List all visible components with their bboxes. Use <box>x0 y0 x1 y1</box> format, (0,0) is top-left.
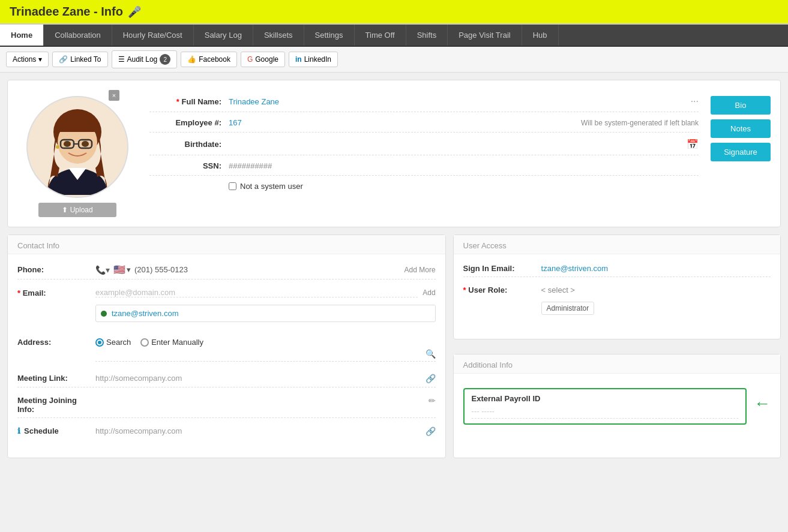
sign-in-email-label: Sign In Email: <box>463 264 541 273</box>
linked-to-button[interactable]: 🔗 Linked To <box>52 52 107 67</box>
nav-tabs: Home Collaboration Hourly Rate/Cost Sala… <box>0 25 788 47</box>
facebook-icon: 👍 <box>187 55 196 64</box>
linkedin-icon: in <box>295 55 302 64</box>
calendar-icon[interactable]: 📅 <box>687 139 699 150</box>
green-arrow-icon: ← <box>754 394 771 413</box>
enter-manually-label: Enter Manually <box>151 338 203 347</box>
user-role-select[interactable]: < select > <box>541 285 575 294</box>
schedule-row: ℹ Schedule http://somecompany.com 🔗 <box>17 426 436 440</box>
contact-info-title: Contact Info <box>8 235 445 254</box>
additional-info-title: Additional Info <box>454 354 780 374</box>
ssn-row: SSN: ########## <box>149 161 699 176</box>
meeting-link-label: Meeting Link: <box>17 374 95 383</box>
action-bar: Actions ▾ 🔗 Linked To ☰ Audit Log 2 👍 Fa… <box>0 47 788 73</box>
bio-button[interactable]: Bio <box>711 96 771 115</box>
signature-button[interactable]: Signature <box>711 143 771 161</box>
employee-label: Employee #: <box>149 118 221 127</box>
add-more-link[interactable]: Add More <box>405 266 436 274</box>
address-options: Search Enter Manually <box>95 338 203 347</box>
user-access-title: User Access <box>454 235 780 254</box>
avatar-close-icon[interactable]: × <box>109 90 119 101</box>
meeting-joining-label: Meeting Joining Info: <box>17 396 95 414</box>
address-label: Address: <box>17 338 95 347</box>
user-access-panel: User Access Sign In Email: tzane@striven… <box>453 235 781 339</box>
list-icon: ☰ <box>118 55 125 64</box>
enter-manually-radio-button[interactable] <box>140 338 149 347</box>
meeting-joining-row: Meeting Joining Info: ✏ <box>17 396 436 418</box>
tab-hourly-rate[interactable]: Hourly Rate/Cost <box>112 25 194 46</box>
ssn-label: SSN: <box>149 161 221 170</box>
notes-button[interactable]: Notes <box>711 119 771 138</box>
linkedin-button[interactable]: in LinkedIn <box>289 52 338 67</box>
flag-selector[interactable]: 🇺🇸 ▾ <box>113 264 131 275</box>
svg-point-8 <box>56 145 59 149</box>
tab-hub[interactable]: Hub <box>522 25 559 46</box>
ext-payroll-box: External Payroll ID --- ----- <box>463 388 747 425</box>
edit-icon[interactable]: ✏ <box>429 396 436 405</box>
search-radio-button[interactable] <box>95 338 104 347</box>
meeting-link-row: Meeting Link: http://somecompany.com 🔗 <box>17 374 436 387</box>
birthdate-label: Birthdate: <box>149 140 221 149</box>
full-name-value[interactable]: Trinadee Zane <box>229 97 686 106</box>
facebook-button[interactable]: 👍 Facebook <box>181 52 237 67</box>
link-icon: 🔗 <box>59 55 68 64</box>
email-placeholder[interactable]: example@domain.com <box>95 288 418 297</box>
actions-button[interactable]: Actions ▾ <box>6 52 49 67</box>
full-name-row: * Full Name: Trinadee Zane ··· <box>149 96 699 112</box>
schedule-value[interactable]: http://somecompany.com <box>95 426 426 435</box>
full-name-label: * Full Name: <box>149 97 221 106</box>
svg-point-7 <box>82 141 89 147</box>
address-search-icon[interactable]: 🔍 <box>426 349 436 359</box>
actions-label: Actions <box>13 55 36 64</box>
ssn-value[interactable]: ########## <box>229 161 272 170</box>
search-radio-label: Search <box>106 338 131 347</box>
user-role-tag[interactable]: Administrator <box>541 302 595 315</box>
tab-page-visit-trail[interactable]: Page Visit Trail <box>448 25 522 46</box>
enter-manually-radio[interactable]: Enter Manually <box>140 338 203 347</box>
google-icon: G <box>247 55 253 64</box>
avatar-container: × <box>17 90 137 217</box>
ext-payroll-value[interactable]: --- ----- <box>472 407 738 419</box>
phone-icon[interactable]: 📞▾ <box>95 265 110 275</box>
email-add-link[interactable]: Add <box>423 288 435 297</box>
tab-time-off[interactable]: Time Off <box>355 25 406 46</box>
tab-skillsets[interactable]: Skillsets <box>253 25 304 46</box>
meeting-link-icon[interactable]: 🔗 <box>426 374 436 383</box>
not-system-user-checkbox[interactable] <box>229 182 236 190</box>
sign-in-email-value[interactable]: tzane@striven.com <box>541 264 608 273</box>
google-button[interactable]: G Google <box>241 52 285 67</box>
meeting-joining-value[interactable] <box>95 396 429 414</box>
more-options-icon[interactable]: ··· <box>691 96 699 107</box>
address-search-input[interactable] <box>95 350 426 359</box>
tab-settings[interactable]: Settings <box>304 25 355 46</box>
upload-button[interactable]: ⬆ Upload <box>38 203 116 217</box>
meeting-link-value[interactable]: http://somecompany.com <box>95 374 426 383</box>
phone-label: Phone: <box>17 265 95 274</box>
schedule-label: ℹ Schedule <box>17 426 95 435</box>
tab-salary-log[interactable]: Salary Log <box>194 25 253 46</box>
birthdate-row: Birthdate: 📅 <box>149 139 699 155</box>
svg-point-6 <box>64 141 71 147</box>
ext-payroll-label: External Payroll ID <box>472 394 738 403</box>
profile-section: × <box>7 80 781 227</box>
mic-icon: 🎤 <box>128 5 141 19</box>
avatar <box>26 96 128 198</box>
actions-chevron-icon: ▾ <box>38 55 42 64</box>
info-icon: ℹ <box>17 426 20 435</box>
employee-note: Will be system-generated if left blank <box>581 119 699 127</box>
user-access-body: Sign In Email: tzane@striven.com * User … <box>454 254 780 336</box>
employee-value[interactable]: 167 <box>229 118 571 127</box>
page-title: Trinadee Zane - Info <box>10 5 123 19</box>
phone-number[interactable]: (201) 555-0123 <box>134 265 401 274</box>
bottom-panels: Contact Info Phone: 📞▾ 🇺🇸 ▾ (201) 555-01… <box>7 235 781 458</box>
tab-collaboration[interactable]: Collaboration <box>44 25 112 46</box>
email-label: * Email: <box>17 288 95 297</box>
tab-shifts[interactable]: Shifts <box>406 25 448 46</box>
schedule-link-icon[interactable]: 🔗 <box>426 426 436 436</box>
tab-home[interactable]: Home <box>0 25 44 46</box>
address-row: Address: Search Enter Manually <box>17 338 436 365</box>
audit-log-button[interactable]: ☰ Audit Log 2 <box>112 50 178 68</box>
email-value[interactable]: tzane@striven.com <box>112 309 178 318</box>
search-radio[interactable]: Search <box>95 338 131 347</box>
email-active-indicator <box>101 311 107 317</box>
